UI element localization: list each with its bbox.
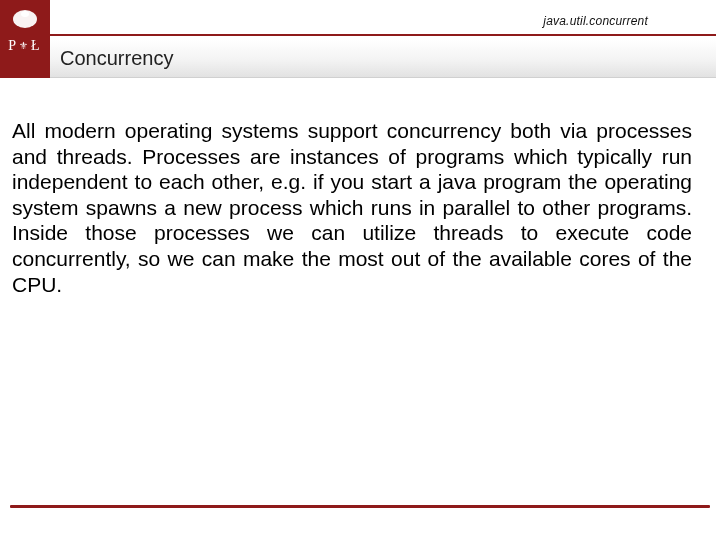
institution-logo: P⚜Ł: [0, 0, 50, 78]
slide-body: All modern operating systems support con…: [12, 118, 692, 297]
top-bar: java.util.concurrent: [0, 0, 720, 40]
footer-divider: [10, 505, 710, 508]
body-paragraph: All modern operating systems support con…: [12, 118, 692, 297]
crest-icon: ⚜: [18, 40, 31, 51]
top-divider: [0, 34, 716, 36]
logo-letter-right: Ł: [31, 38, 42, 53]
page-title: Concurrency: [60, 47, 173, 70]
logo-letter-left: P: [8, 38, 18, 53]
eagle-icon: [10, 6, 40, 32]
slide: java.util.concurrent P⚜Ł Concurrency All…: [0, 0, 720, 540]
logo-letters: P⚜Ł: [0, 38, 50, 54]
breadcrumb: java.util.concurrent: [543, 14, 648, 28]
title-bar: Concurrency: [50, 40, 716, 78]
svg-point-1: [21, 11, 29, 17]
